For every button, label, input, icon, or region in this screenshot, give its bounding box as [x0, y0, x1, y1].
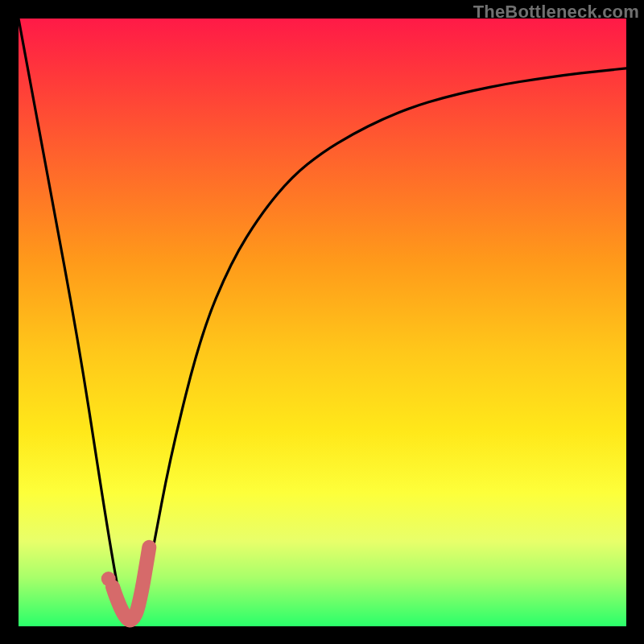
highlight-j-path	[113, 547, 149, 621]
plot-area	[19, 19, 626, 626]
svg-point-0	[101, 572, 116, 586]
bottleneck-curve-path	[19, 19, 626, 624]
chart-svg	[19, 19, 626, 626]
highlight-dot	[101, 572, 116, 586]
chart-frame: TheBottleneck.com	[0, 0, 644, 644]
